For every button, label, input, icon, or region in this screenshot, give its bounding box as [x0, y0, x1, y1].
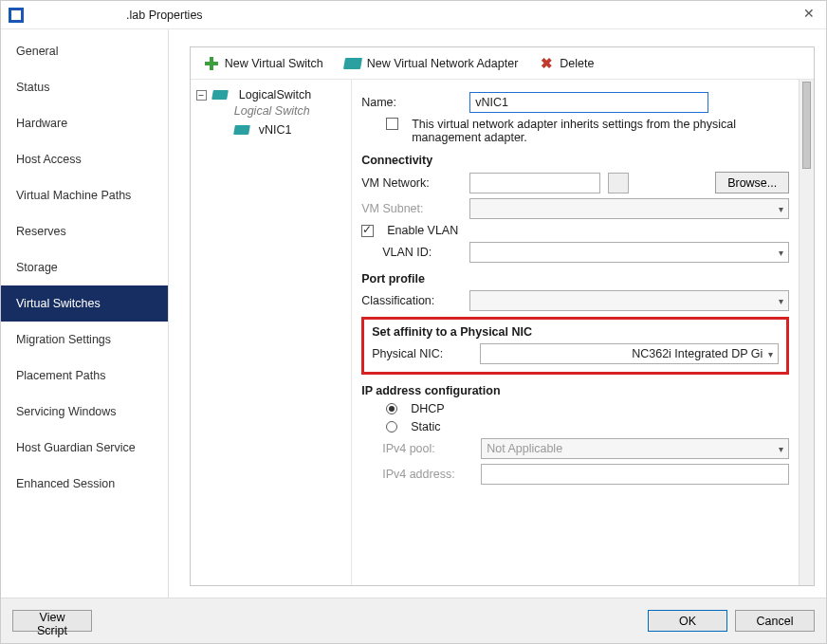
- new-virtual-switch-button[interactable]: New Virtual Switch: [196, 53, 331, 74]
- tree-child-label: vNIC1: [259, 123, 292, 137]
- tree-node-subtitle: Logical Switch: [194, 104, 347, 120]
- port-profile-heading: Port profile: [361, 272, 789, 285]
- vlan-id-select[interactable]: ▾: [469, 242, 789, 263]
- cancel-button[interactable]: Cancel: [735, 610, 815, 632]
- sidebar-item-general[interactable]: General: [1, 33, 168, 69]
- chevron-down-icon: ▾: [779, 248, 783, 258]
- chevron-down-icon: ▾: [779, 444, 783, 454]
- sidebar-item-hardware[interactable]: Hardware: [1, 105, 168, 141]
- chevron-down-icon: ▾: [768, 349, 773, 359]
- dhcp-label: DHCP: [411, 402, 444, 415]
- sidebar-item-placement-paths[interactable]: Placement Paths: [1, 358, 168, 394]
- affinity-heading: Set affinity to a Physical NIC: [372, 325, 779, 339]
- vm-network-dropdown-button[interactable]: [608, 173, 629, 193]
- sidebar: General Status Hardware Host Access Virt…: [1, 29, 169, 598]
- sidebar-item-host-access[interactable]: Host Access: [1, 141, 168, 177]
- new-virtual-switch-label: New Virtual Switch: [225, 57, 323, 70]
- sidebar-item-enhanced-session[interactable]: Enhanced Session: [1, 466, 168, 502]
- sidebar-item-migration[interactable]: Migration Settings: [1, 322, 168, 358]
- switch-icon: [211, 90, 229, 100]
- app-icon: [9, 8, 24, 23]
- view-script-button[interactable]: View Script: [12, 610, 92, 632]
- ok-button[interactable]: OK: [648, 610, 727, 632]
- chevron-down-icon: ▾: [779, 204, 783, 214]
- sidebar-item-status[interactable]: Status: [1, 69, 168, 105]
- name-input[interactable]: [469, 92, 708, 113]
- dialog-footer: View Script OK Cancel: [1, 598, 826, 643]
- vm-subnet-label: VM Subnet:: [361, 202, 462, 215]
- toolbar: New Virtual Switch New Virtual Network A…: [191, 47, 814, 80]
- classification-label: Classification:: [361, 294, 462, 307]
- network-adapter-icon: [343, 58, 362, 69]
- title-bar: .lab Properties ✕: [1, 1, 826, 29]
- scrollbar[interactable]: [799, 80, 814, 585]
- ipv4-address-input: [481, 464, 789, 485]
- window-title: .lab Properties: [126, 9, 203, 22]
- vm-subnet-select: ▾: [469, 198, 789, 219]
- sidebar-item-virtual-switches[interactable]: Virtual Switches: [1, 285, 168, 322]
- tree-node-vnic1[interactable]: vNIC1: [194, 120, 347, 139]
- sidebar-item-storage[interactable]: Storage: [1, 249, 168, 285]
- chevron-down-icon: ▾: [779, 296, 783, 306]
- vm-network-label: VM Network:: [361, 176, 462, 190]
- tree-node-logical-switch[interactable]: − LogicalSwitch: [194, 85, 347, 104]
- physical-nic-select[interactable]: NC362i Integrated DP Gi ▾: [480, 343, 779, 364]
- switch-tree: − LogicalSwitch Logical Switch vNIC1: [191, 80, 352, 585]
- inherit-label: This virtual network adapter inherits se…: [412, 118, 789, 144]
- detail-pane: Name: This virtual network adapter inher…: [352, 80, 799, 585]
- ipv4-pool-label: IPv4 pool:: [361, 442, 473, 455]
- physical-nic-label: Physical NIC:: [372, 347, 472, 360]
- delete-button[interactable]: ✖ Delete: [531, 52, 601, 75]
- static-label: Static: [411, 420, 440, 433]
- collapse-icon[interactable]: −: [196, 90, 207, 101]
- vm-network-input[interactable]: [469, 173, 600, 193]
- plus-icon: [204, 56, 219, 71]
- sidebar-item-vm-paths[interactable]: Virtual Machine Paths: [1, 177, 168, 213]
- ip-config-heading: IP address configuration: [361, 384, 789, 397]
- delete-icon: ✖: [539, 55, 554, 72]
- ipv4-address-label: IPv4 address:: [361, 468, 473, 481]
- inherit-checkbox[interactable]: [386, 118, 398, 130]
- browse-button[interactable]: Browse...: [715, 172, 789, 193]
- ipv4-pool-value: Not Applicable: [487, 442, 562, 455]
- close-icon[interactable]: ✕: [798, 5, 820, 24]
- enable-vlan-checkbox[interactable]: [361, 225, 374, 237]
- sidebar-item-host-guardian[interactable]: Host Guardian Service: [1, 430, 168, 466]
- new-virtual-adapter-label: New Virtual Network Adapter: [367, 57, 519, 70]
- classification-select[interactable]: ▾: [469, 290, 789, 311]
- dhcp-radio[interactable]: [386, 403, 397, 414]
- connectivity-heading: Connectivity: [361, 154, 789, 167]
- new-virtual-adapter-button[interactable]: New Virtual Network Adapter: [337, 54, 526, 73]
- affinity-section: Set affinity to a Physical NIC Physical …: [361, 317, 789, 375]
- main-panel: New Virtual Switch New Virtual Network A…: [190, 46, 815, 586]
- network-adapter-icon: [233, 125, 250, 135]
- sidebar-item-servicing-windows[interactable]: Servicing Windows: [1, 394, 168, 430]
- vlan-id-label: VLAN ID:: [361, 246, 462, 259]
- name-label: Name:: [361, 96, 462, 109]
- enable-vlan-label: Enable VLAN: [387, 224, 458, 237]
- static-radio[interactable]: [386, 421, 397, 432]
- ipv4-pool-select: Not Applicable ▾: [481, 438, 789, 459]
- sidebar-item-reserves[interactable]: Reserves: [1, 213, 168, 249]
- physical-nic-value: NC362i Integrated DP Gi: [632, 347, 763, 360]
- delete-label: Delete: [560, 57, 594, 70]
- tree-node-label: LogicalSwitch: [239, 88, 311, 101]
